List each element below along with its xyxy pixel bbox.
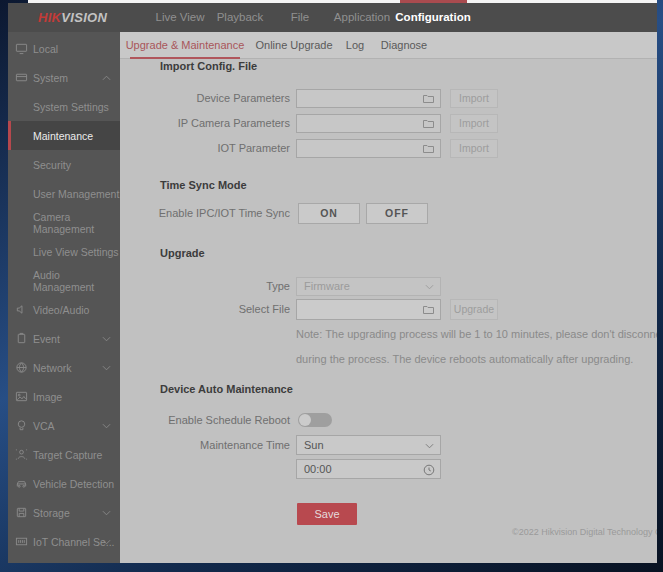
save-button[interactable]: Save bbox=[297, 503, 357, 525]
device-parameters-file-input[interactable] bbox=[296, 89, 441, 108]
upgrade-file-input[interactable] bbox=[296, 299, 441, 320]
app-header: HIKVISION Live View Playback File Applic… bbox=[8, 3, 657, 32]
maintenance-day-value: Sun bbox=[304, 439, 324, 451]
sidebar-item-label: Storage bbox=[33, 507, 70, 519]
chevron-down-icon bbox=[425, 443, 434, 449]
sidebar-item-storage[interactable]: Storage bbox=[8, 498, 120, 527]
sidebar-item-local[interactable]: Local bbox=[8, 34, 120, 63]
monitor-icon bbox=[15, 42, 28, 55]
iot-parameter-label: IOT Parameter bbox=[120, 139, 290, 158]
copyright-footer: ©2022 Hikvision Digital Technology Co., … bbox=[512, 527, 657, 537]
schedule-reboot-toggle[interactable] bbox=[298, 413, 332, 427]
app-window: HIKVISION Live View Playback File Applic… bbox=[0, 0, 663, 572]
upgrade-note-line2: during the process. The device reboots a… bbox=[296, 353, 633, 365]
bulb-icon bbox=[15, 419, 28, 432]
main-content: Upgrade & Maintenance Online Upgrade Log… bbox=[120, 32, 657, 563]
sidebar-item-label: Target Capture bbox=[33, 449, 102, 461]
sidebar-item-iot-channel[interactable]: IoT Channel Se... bbox=[8, 527, 120, 556]
tab-upgrade-maintenance[interactable]: Upgrade & Maintenance bbox=[126, 32, 245, 59]
sidebar-item-security[interactable]: Security bbox=[8, 150, 120, 179]
speaker-icon bbox=[15, 303, 28, 316]
sidebar-item-user-management[interactable]: User Management bbox=[8, 179, 120, 208]
sidebar-item-live-view-settings[interactable]: Live View Settings bbox=[8, 237, 120, 266]
upgrade-type-value: Firmware bbox=[304, 280, 350, 292]
nav-live-view[interactable]: Live View bbox=[155, 3, 204, 32]
import-device-parameters-button[interactable]: Import bbox=[450, 89, 498, 108]
sidebar-item-label: Camera Management bbox=[33, 211, 120, 235]
upgrade-note-line1: Note: The upgrading process will be 1 to… bbox=[296, 328, 657, 340]
chevron-down-icon bbox=[102, 365, 111, 371]
active-tab-underline bbox=[130, 57, 240, 59]
section-title-auto-maintenance: Device Auto Maintenance bbox=[160, 383, 293, 395]
sidebar-item-label: User Management bbox=[33, 188, 119, 200]
chevron-down-icon bbox=[102, 423, 111, 429]
chevron-up-icon bbox=[102, 75, 111, 81]
sidebar-item-video-audio[interactable]: Video/Audio bbox=[8, 295, 120, 324]
sidebar-item-vehicle-detection[interactable]: Vehicle Detection bbox=[8, 469, 120, 498]
clipboard-icon bbox=[15, 332, 28, 345]
logo-hik: HIK bbox=[38, 10, 61, 25]
clock-icon[interactable] bbox=[423, 464, 435, 476]
system-icon bbox=[15, 71, 28, 84]
type-label: Type bbox=[120, 277, 290, 296]
sidebar-item-label: Live View Settings bbox=[33, 246, 119, 258]
tab-online-upgrade[interactable]: Online Upgrade bbox=[255, 32, 332, 59]
nav-configuration[interactable]: Configuration bbox=[395, 3, 470, 32]
section-title-time-sync: Time Sync Mode bbox=[160, 179, 247, 191]
sidebar-item-label: Video/Audio bbox=[33, 304, 89, 316]
import-iot-parameter-button[interactable]: Import bbox=[450, 139, 498, 158]
sidebar-item-maintenance[interactable]: Maintenance bbox=[8, 121, 120, 150]
image-icon bbox=[15, 390, 28, 403]
chevron-down-icon bbox=[102, 539, 111, 545]
maintenance-time-value: 00:00 bbox=[304, 463, 332, 475]
maintenance-time-input[interactable]: 00:00 bbox=[296, 459, 441, 479]
sidebar-item-label: Maintenance bbox=[33, 130, 93, 142]
floppy-icon bbox=[15, 506, 28, 519]
upgrade-type-select[interactable]: Firmware bbox=[296, 277, 441, 296]
upgrade-button[interactable]: Upgrade bbox=[450, 299, 498, 320]
globe-icon bbox=[15, 361, 28, 374]
sidebar-item-vca[interactable]: VCA bbox=[8, 411, 120, 440]
nav-application[interactable]: Application bbox=[334, 3, 390, 32]
import-ip-camera-parameters-button[interactable]: Import bbox=[450, 114, 498, 133]
folder-icon[interactable] bbox=[422, 118, 435, 129]
ip-camera-parameters-file-input[interactable] bbox=[296, 114, 441, 133]
maintenance-day-select[interactable]: Sun bbox=[296, 435, 441, 455]
sidebar-item-label: VCA bbox=[33, 420, 55, 432]
sidebar-item-system-settings[interactable]: System Settings bbox=[8, 92, 120, 121]
time-sync-on-button[interactable]: ON bbox=[298, 203, 360, 224]
sidebar-item-label: Security bbox=[33, 159, 71, 171]
sidebar-item-target-capture[interactable]: Target Capture bbox=[8, 440, 120, 469]
sidebar-item-label: Audio Management bbox=[33, 269, 120, 293]
folder-icon[interactable] bbox=[422, 304, 435, 315]
folder-icon[interactable] bbox=[422, 143, 435, 154]
device-parameters-label: Device Parameters bbox=[120, 89, 290, 108]
person-target-icon bbox=[15, 448, 28, 461]
tab-bar: Upgrade & Maintenance Online Upgrade Log… bbox=[120, 32, 657, 59]
sidebar-item-label: Network bbox=[33, 362, 72, 374]
iot-parameter-file-input[interactable] bbox=[296, 139, 441, 158]
enable-schedule-reboot-label: Enable Schedule Reboot bbox=[120, 413, 290, 427]
sidebar-item-image[interactable]: Image bbox=[8, 382, 120, 411]
sidebar-item-system[interactable]: System bbox=[8, 63, 120, 92]
tab-log[interactable]: Log bbox=[346, 32, 364, 59]
enable-ipc-iot-time-sync-label: Enable IPC/IOT Time Sync bbox=[120, 203, 290, 224]
tab-diagnose[interactable]: Diagnose bbox=[381, 32, 427, 59]
sidebar-item-audio-management[interactable]: Audio Management bbox=[8, 266, 120, 295]
nav-file[interactable]: File bbox=[291, 3, 310, 32]
sidebar-item-camera-management[interactable]: Camera Management bbox=[8, 208, 120, 237]
sidebar-item-event[interactable]: Event bbox=[8, 324, 120, 353]
sidebar-item-label: Event bbox=[33, 333, 60, 345]
logo-vision: VISION bbox=[61, 10, 107, 25]
sidebar-item-label: Vehicle Detection bbox=[33, 478, 114, 490]
chevron-down-icon bbox=[425, 284, 434, 290]
chevron-down-icon bbox=[102, 510, 111, 516]
sidebar-item-network[interactable]: Network bbox=[8, 353, 120, 382]
time-sync-off-button[interactable]: OFF bbox=[366, 203, 428, 224]
iot-grid-icon bbox=[15, 535, 28, 548]
sidebar-item-label: Local bbox=[33, 43, 58, 55]
folder-icon[interactable] bbox=[422, 93, 435, 104]
maintenance-time-label: Maintenance Time bbox=[120, 435, 290, 455]
chevron-down-icon bbox=[102, 336, 111, 342]
nav-playback[interactable]: Playback bbox=[217, 3, 264, 32]
